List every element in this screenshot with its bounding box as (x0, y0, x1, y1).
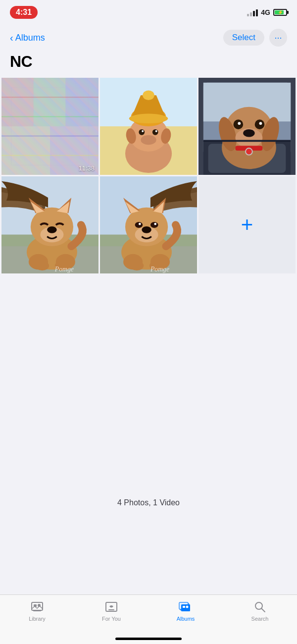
svg-point-19 (139, 129, 145, 135)
empty-area (0, 273, 297, 486)
svg-point-18 (143, 90, 154, 100)
svg-line-95 (262, 609, 265, 612)
svg-point-73 (135, 222, 143, 228)
photo-cell-4[interactable]: Pomge (1, 176, 99, 273)
tab-albums-label: Albums (177, 616, 195, 622)
nav-bar: ‹ Albums Select ··· (0, 25, 297, 49)
svg-rect-82 (32, 602, 43, 610)
photo-cell-3[interactable] (198, 78, 296, 175)
status-icons: 4G ⚡ (247, 8, 287, 16)
svg-point-93 (186, 606, 189, 608)
albums-icon (179, 600, 193, 614)
svg-point-21 (142, 130, 144, 132)
svg-point-17 (129, 114, 168, 124)
photo-cell-1[interactable]: 11:38 (1, 78, 99, 175)
more-button[interactable]: ··· (269, 29, 287, 47)
svg-rect-3 (65, 78, 99, 126)
tab-for-you[interactable]: For You (74, 600, 148, 622)
back-label: Albums (15, 33, 45, 43)
tab-library[interactable]: Library (0, 600, 74, 622)
svg-point-40 (238, 122, 241, 125)
svg-text:Pomge: Pomge (150, 266, 169, 273)
svg-rect-2 (34, 78, 66, 126)
svg-point-20 (152, 129, 158, 135)
svg-rect-0 (1, 78, 99, 175)
svg-rect-85 (33, 610, 41, 611)
svg-point-58 (47, 226, 57, 233)
svg-point-41 (259, 122, 262, 125)
back-button[interactable]: ‹ Albums (10, 32, 45, 44)
photo-1-time-badge: 11:38 (78, 164, 95, 172)
svg-rect-5 (50, 126, 99, 175)
photo-count: 4 Photos, 1 Video (0, 486, 297, 513)
tab-search-label: Search (251, 616, 269, 622)
svg-rect-1 (1, 78, 34, 126)
photo-cell-2[interactable] (100, 78, 197, 175)
photo-grid: 11:38 (0, 78, 297, 273)
search-icon (253, 600, 267, 614)
plus-icon: + (241, 215, 253, 235)
tab-for-you-label: For You (102, 616, 121, 622)
photo-cell-5[interactable]: Pomge (100, 176, 197, 273)
svg-point-76 (154, 223, 156, 225)
svg-point-74 (150, 222, 158, 228)
battery-icon: ⚡ (273, 9, 287, 16)
chevron-left-icon: ‹ (10, 32, 13, 44)
svg-point-37 (243, 129, 255, 137)
signal-icon (247, 8, 258, 16)
svg-rect-4 (1, 126, 50, 175)
svg-rect-10 (11, 88, 89, 165)
tab-bar: Library For You Albums (0, 594, 297, 644)
svg-point-22 (155, 130, 157, 132)
for-you-icon (104, 600, 118, 614)
add-photo-button[interactable]: + (198, 176, 296, 273)
tab-search[interactable]: Search (223, 600, 297, 622)
svg-point-59 (36, 261, 49, 271)
network-type: 4G (261, 8, 270, 16)
svg-point-79 (130, 261, 144, 271)
select-button[interactable]: Select (223, 30, 264, 46)
album-title: NC (0, 49, 297, 78)
home-indicator (115, 638, 182, 640)
svg-rect-92 (183, 606, 185, 608)
svg-rect-87 (108, 609, 114, 610)
nav-actions: Select ··· (223, 29, 287, 47)
tab-library-label: Library (29, 616, 46, 622)
svg-point-75 (139, 223, 141, 225)
svg-point-44 (246, 149, 252, 155)
svg-point-24 (141, 135, 156, 145)
tab-albums[interactable]: Albums (148, 600, 223, 622)
status-bar: 4:31 4G ⚡ (0, 0, 297, 25)
status-time: 4:31 (10, 6, 38, 19)
svg-text:Pomge: Pomge (54, 266, 74, 273)
library-icon (30, 600, 44, 614)
svg-rect-91 (181, 604, 190, 611)
svg-point-78 (142, 226, 151, 233)
